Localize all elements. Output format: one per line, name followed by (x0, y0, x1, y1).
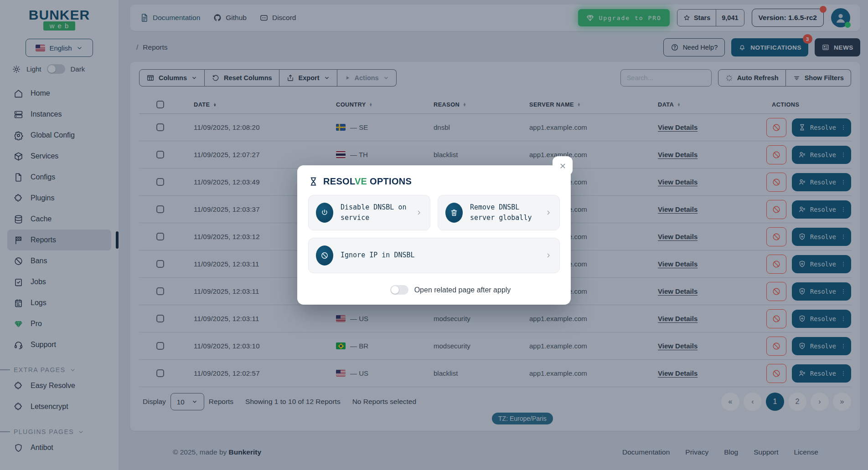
option-icon-bubble (316, 245, 333, 266)
resolve-option-ignore-ip-in-dnsbl[interactable]: Ignore IP in DNSBL (308, 238, 560, 273)
modal-title: RESOLVE OPTIONS (308, 176, 560, 187)
open-related-page-toggle[interactable] (390, 285, 408, 295)
chev-right-icon (545, 209, 552, 216)
option-label: Remove DNSBL server globally (470, 202, 537, 224)
modal-close-button[interactable] (553, 156, 573, 175)
open-related-page-label: Open related page after apply (414, 286, 511, 294)
option-icon-bubble (445, 203, 463, 223)
option-icon-bubble (316, 203, 333, 223)
chev-right-icon (415, 209, 423, 216)
resolve-options-modal: RESOLVE OPTIONS Disable DNSBL on service… (297, 165, 571, 305)
trash-icon (450, 209, 458, 217)
chev-right-icon (545, 252, 552, 259)
hourglass-icon (308, 176, 319, 187)
option-label: Ignore IP in DNSBL (341, 250, 415, 261)
resolve-option-disable-dnsbl-on-service[interactable]: Disable DNSBL on service (308, 195, 430, 230)
resolve-option-remove-dnsbl-server-globally[interactable]: Remove DNSBL server globally (438, 195, 560, 230)
option-label: Disable DNSBL on service (341, 202, 408, 224)
x-icon (559, 162, 567, 170)
power-icon (320, 209, 329, 217)
slash-icon (320, 251, 329, 260)
